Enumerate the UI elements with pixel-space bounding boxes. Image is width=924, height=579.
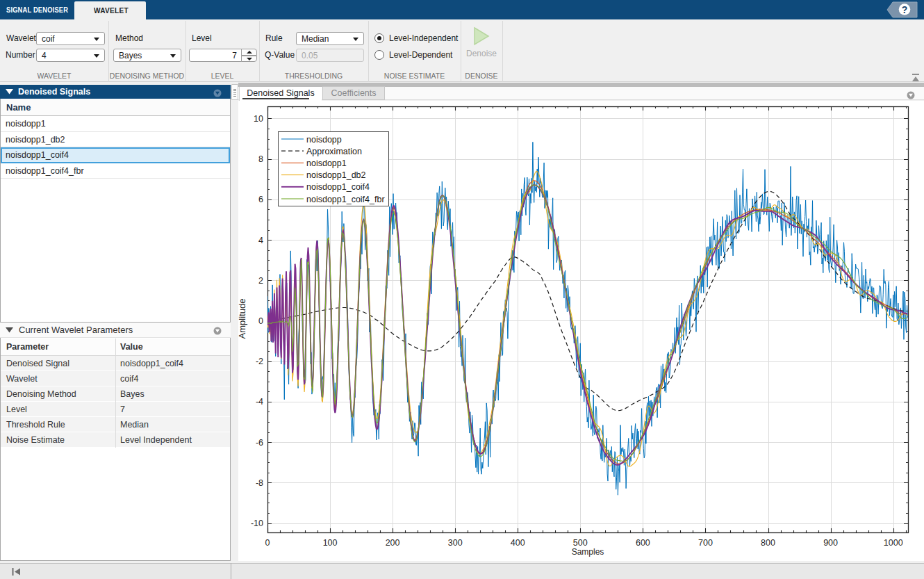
svg-text:900: 900	[823, 538, 838, 548]
svg-text:0: 0	[258, 316, 263, 326]
svg-text:noisdopp1_coif4_fbr: noisdopp1_coif4_fbr	[306, 195, 385, 204]
svg-text:Samples: Samples	[572, 547, 604, 557]
svg-text:8: 8	[258, 154, 263, 164]
svg-text:100: 100	[323, 538, 338, 548]
svg-text:noisdopp1: noisdopp1	[306, 158, 347, 168]
svg-text:10: 10	[254, 114, 263, 124]
svg-text:6: 6	[258, 195, 263, 204]
svg-text:2: 2	[258, 276, 263, 286]
svg-text:-4: -4	[256, 397, 263, 407]
svg-text:-2: -2	[256, 357, 263, 366]
svg-text:800: 800	[761, 538, 775, 548]
svg-text:1000: 1000	[884, 538, 903, 548]
svg-text:-6: -6	[256, 438, 263, 448]
svg-text:Amplitude: Amplitude	[238, 299, 247, 339]
svg-text:4: 4	[258, 236, 263, 245]
svg-text:-8: -8	[256, 478, 263, 488]
svg-text:500: 500	[573, 538, 588, 548]
svg-text:400: 400	[511, 538, 525, 548]
svg-text:300: 300	[448, 538, 463, 548]
svg-text:noisdopp: noisdopp	[306, 135, 342, 145]
svg-text:noisdopp1_coif4: noisdopp1_coif4	[306, 182, 370, 192]
svg-text:?: ?	[902, 4, 908, 15]
svg-text:0: 0	[265, 538, 270, 548]
svg-text:600: 600	[636, 538, 650, 548]
svg-text:Approximation: Approximation	[306, 147, 362, 156]
svg-text:-10: -10	[251, 519, 263, 528]
svg-text:noisdopp1_db2: noisdopp1_db2	[306, 170, 366, 180]
svg-text:700: 700	[698, 538, 713, 548]
svg-text:200: 200	[386, 538, 400, 548]
